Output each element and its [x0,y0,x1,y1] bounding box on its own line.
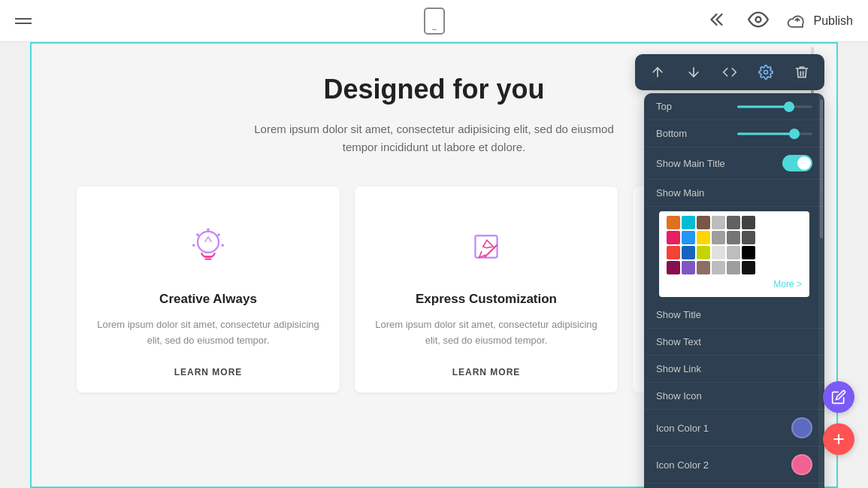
palette-cell[interactable] [742,261,755,274]
settings-border-hover-color-row: Border Hover Color [644,483,824,488]
publish-cloud-icon [787,14,808,29]
icon-color-2-swatch[interactable] [791,454,812,475]
trash-icon [794,65,809,80]
palette-cell[interactable] [742,246,755,259]
toggle-knob [797,156,811,170]
palette-cell[interactable] [682,216,695,229]
card-2-text: Lorem ipsum dolor sit amet, consectetur … [370,317,603,349]
palette-cell[interactable] [682,261,695,274]
palette-row-1 [667,216,802,229]
svg-point-5 [217,234,220,237]
hamburger-icon[interactable] [15,18,32,24]
move-up-button[interactable] [647,62,668,83]
up-arrow-icon [650,65,665,80]
palette-cell[interactable] [682,246,695,259]
top-slider-thumb[interactable] [784,102,794,112]
palette-cell[interactable] [712,231,725,244]
plus-icon [831,432,846,447]
svg-point-1 [198,232,219,253]
card-2: Express Customization Lorem ipsum dolor … [355,186,618,393]
settings-top-label: Top [656,101,672,112]
palette-cell[interactable] [727,246,740,259]
palette-cell[interactable] [742,231,755,244]
pencil-icon [831,389,846,405]
header-right: Publish [709,9,853,33]
main-area: Designed for you Lorem ipsum dolor sit a… [0,42,868,488]
bottom-slider-fill [737,132,791,135]
palette-cell[interactable] [667,261,680,274]
header: Publish [0,0,868,42]
palette-cell[interactable] [667,231,680,244]
settings-show-icon-label: Show Icon [656,390,702,402]
bottom-slider-thumb[interactable] [789,129,800,139]
palette-cell[interactable] [667,246,680,259]
card-1-icon [178,217,238,277]
settings-button[interactable] [755,62,776,83]
palette-cell[interactable] [697,216,710,229]
bulb-icon [182,220,234,273]
eye-svg [748,9,769,30]
palette-cell[interactable] [742,216,755,229]
palette-cell[interactable] [727,231,740,244]
back-arrow-svg [709,9,730,30]
section-subtitle: Lorem ipsum dolor sit amet, consectetur … [254,120,615,156]
phone-device-icon[interactable] [424,8,445,35]
eye-icon[interactable] [748,9,769,33]
palette-more-button[interactable]: More > [667,276,802,292]
palette-cell[interactable] [727,261,740,274]
palette-cell[interactable] [712,246,725,259]
floating-toolbar [635,54,824,90]
settings-show-title-label: Show Title [656,309,701,320]
settings-top-row: Top [644,93,824,120]
move-down-button[interactable] [683,62,704,83]
settings-icon-color-2-label: Icon Color 2 [656,459,709,471]
down-arrow-icon [686,65,701,80]
show-main-title-toggle[interactable] [782,155,812,171]
color-palette-container: More > [644,207,824,302]
palette-cell[interactable] [712,216,725,229]
palette-cell[interactable] [697,261,710,274]
gear-icon [758,65,773,80]
card-1: Creative Always Lorem ipsum dolor sit am… [77,186,340,393]
palette-row-4 [667,261,802,274]
card-2-title: Express Customization [370,292,603,307]
svg-point-0 [755,17,761,22]
palette-row-2 [667,231,802,244]
palette-row-3 [667,246,802,259]
palette-cell[interactable] [682,231,695,244]
palette-cell[interactable] [697,231,710,244]
publish-button[interactable]: Publish [787,14,853,29]
settings-show-text-row: Show Text [644,329,824,356]
card-1-title: Creative Always [92,292,325,307]
svg-point-13 [764,71,768,74]
icon-color-1-swatch[interactable] [791,417,812,438]
back-icon[interactable] [709,9,730,33]
bottom-slider[interactable] [737,132,812,136]
settings-show-icon-row: Show Icon [644,383,824,410]
card-2-link[interactable]: LEARN MORE [370,367,603,377]
settings-show-main-row: Show Main [644,180,824,207]
palette-cell[interactable] [712,261,725,274]
delete-button[interactable] [791,62,812,83]
panel-scrollbar[interactable] [818,93,824,488]
header-center [424,8,445,35]
palette-cell[interactable] [727,216,740,229]
settings-icon-color-2-row: Icon Color 2 [644,447,824,483]
publish-label: Publish [814,14,853,28]
svg-point-8 [192,244,195,247]
fab-add-button[interactable] [823,423,854,455]
settings-show-link-row: Show Link [644,356,824,383]
palette-cell[interactable] [697,246,710,259]
card-1-link[interactable]: LEARN MORE [92,367,325,377]
header-left [15,18,32,24]
code-icon [722,65,737,80]
palette-cell[interactable] [667,216,680,229]
settings-icon-color-1-row: Icon Color 1 [644,410,824,447]
settings-show-title-row: Show Title [644,302,824,329]
fab-edit-button[interactable] [823,381,854,413]
code-button[interactable] [719,62,740,83]
color-palette: More > [659,211,809,297]
card-1-text: Lorem ipsum dolor sit amet, consectetur … [92,317,325,349]
top-slider[interactable] [737,105,812,109]
settings-bottom-row: Bottom [644,120,824,147]
